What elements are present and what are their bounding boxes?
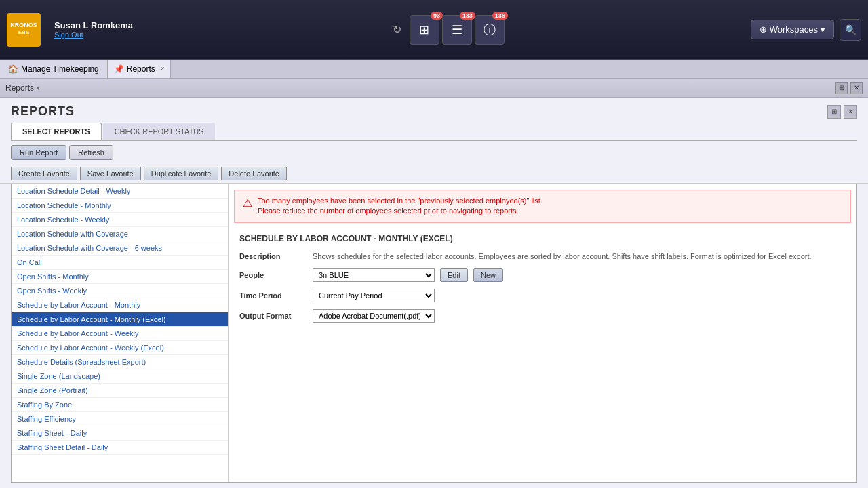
list-item[interactable]: Location Schedule - Monthly — [12, 199, 228, 213]
time-period-label: Time Period — [239, 291, 307, 300]
error-line2: Please reduce the number of employees se… — [258, 207, 519, 215]
tool-bar: Reports ▾ ⊞ ✕ — [0, 79, 868, 98]
list-item[interactable]: Location Schedule with Coverage - 6 week… — [12, 241, 228, 256]
edit-people-button[interactable]: Edit — [440, 268, 468, 282]
people-select[interactable]: 3n BLUEAll EmployeesSelect Employees — [313, 268, 435, 282]
favorites-bar: Create Favorite Save Favorite Duplicate … — [0, 164, 868, 184]
save-favorite-button[interactable]: Save Favorite — [80, 167, 141, 180]
tab-close-icon[interactable]: × — [161, 65, 165, 73]
description-text: Shows schedules for the selected labor a… — [313, 251, 846, 262]
list-item[interactable]: Open Shifts - Monthly — [12, 270, 228, 284]
report-list-scroll[interactable]: Location Schedule Detail - WeeklyLocatio… — [12, 184, 228, 482]
page-title: REPORTS — [11, 104, 75, 119]
breadcrumb: Reports — [5, 83, 34, 93]
panel-close-icon[interactable]: ✕ — [844, 105, 857, 119]
run-report-button[interactable]: Run Report — [11, 145, 66, 160]
refresh-icon[interactable]: ↻ — [393, 23, 401, 36]
list-item[interactable]: On Call — [12, 256, 228, 270]
duplicate-favorite-button[interactable]: Duplicate Favorite — [144, 167, 219, 180]
error-icon: ⚠ — [243, 197, 252, 209]
svg-text:EBS: EBS — [18, 29, 30, 35]
people-row: People 3n BLUEAll EmployeesSelect Employ… — [239, 268, 846, 282]
list-item[interactable]: Schedule Details (Spreadsheet Export) — [12, 355, 228, 369]
list-item[interactable]: Single Zone (Portrait) — [12, 384, 228, 398]
tab-reports[interactable]: 📌 Reports × — [108, 60, 171, 78]
user-name: Susan L Romkema — [54, 20, 133, 30]
output-format-select[interactable]: Adobe Acrobat Document(.pdf)Microsoft Ex… — [313, 309, 435, 323]
workspaces-label: Workspaces — [770, 24, 818, 35]
sign-out-link[interactable]: Sign Out — [54, 30, 133, 39]
user-info: Susan L Romkema Sign Out — [54, 20, 133, 39]
maximize-icon[interactable]: ⊞ — [835, 82, 848, 94]
list-item[interactable]: Staffing Sheet - Daily — [12, 426, 228, 441]
refresh-button[interactable]: Refresh — [69, 145, 113, 160]
schedule-badge: 133 — [460, 12, 475, 20]
description-label: Description — [239, 252, 307, 260]
output-format-row: Output Format Adobe Acrobat Document(.pd… — [239, 309, 846, 323]
list-item[interactable]: Staffing Sheet Detail - Daily — [12, 441, 228, 455]
alert-nav-button[interactable]: ⓘ 136 — [475, 15, 505, 45]
output-format-label: Output Format — [239, 312, 307, 320]
error-text: Too many employees have been selected in… — [258, 196, 542, 217]
chevron-down-icon: ▾ — [821, 24, 825, 35]
tab-pin-icon: 📌 — [114, 64, 124, 74]
kronos-logo: KRONOS EBS — [7, 13, 41, 47]
header-bar: KRONOS EBS Susan L Romkema Sign Out ↻ ⊞ … — [0, 0, 868, 60]
reports-header-icons: ⊞ ✕ — [827, 105, 857, 119]
tab-bar: 🏠 Manage Timekeeping 📌 Reports × — [0, 60, 868, 79]
tab-home-label: Manage Timekeeping — [21, 64, 99, 74]
tab-select-reports[interactable]: SELECT REPORTS — [11, 123, 102, 140]
report-tabs: SELECT REPORTS CHECK REPORT STATUS — [11, 123, 857, 141]
home-icon: 🏠 — [8, 64, 18, 74]
header-right: ⊕ Workspaces ▾ 🔍 — [751, 19, 861, 41]
list-item[interactable]: Schedule by Labor Account - Monthly (Exc… — [12, 312, 228, 327]
kronos-icon: KRONOS EBS — [7, 13, 41, 47]
tab-check-report-status[interactable]: CHECK REPORT STATUS — [103, 123, 216, 140]
close-icon[interactable]: ✕ — [850, 82, 863, 94]
new-people-button[interactable]: New — [473, 268, 503, 282]
list-item[interactable]: Schedule by Labor Account - Weekly — [12, 327, 228, 341]
workspaces-button[interactable]: ⊕ Workspaces ▾ — [751, 20, 834, 39]
schedule-icon: ☰ — [452, 22, 462, 37]
list-item[interactable]: Single Zone (Landscape) — [12, 369, 228, 384]
list-item[interactable]: Location Schedule Detail - Weekly — [12, 184, 228, 199]
main-split: Location Schedule Detail - WeeklyLocatio… — [11, 184, 857, 483]
timecard-icon: ⊞ — [419, 22, 429, 37]
report-form-title: SCHEDULE BY LABOR ACCOUNT - MONTHLY (EXC… — [239, 234, 846, 243]
content-area: Reports ▾ ⊞ ✕ REPORTS ⊞ ✕ SELECT REPORTS… — [0, 79, 868, 488]
tool-icons-right: ⊞ ✕ — [835, 82, 863, 94]
schedule-nav-button[interactable]: ☰ 133 — [442, 15, 472, 45]
action-bar: Run Report Refresh — [0, 141, 868, 164]
search-button[interactable]: 🔍 — [840, 19, 861, 41]
tab-reports-label: Reports — [127, 64, 155, 74]
list-item[interactable]: Location Schedule with Coverage — [12, 227, 228, 241]
alert-badge: 136 — [492, 12, 508, 20]
report-list-panel: Location Schedule Detail - WeeklyLocatio… — [12, 184, 229, 482]
panel-expand-icon[interactable]: ⊞ — [827, 105, 841, 119]
reports-header: REPORTS ⊞ ✕ — [0, 98, 868, 123]
description-row: Description Shows schedules for the sele… — [239, 251, 846, 262]
list-item[interactable]: Staffing Efficiency — [12, 412, 228, 426]
list-item[interactable]: Open Shifts - Weekly — [12, 284, 228, 298]
error-box: ⚠ Too many employees have been selected … — [234, 190, 851, 223]
header-center: ↻ ⊞ 93 ☰ 133 ⓘ 136 — [146, 15, 751, 45]
alert-icon: ⓘ — [484, 22, 496, 38]
error-line1: Too many employees have been selected in… — [258, 197, 542, 205]
timecard-nav-button[interactable]: ⊞ 93 — [410, 15, 439, 45]
time-period-select[interactable]: Current Pay PeriodPrevious Pay PeriodNex… — [313, 289, 435, 302]
search-icon: 🔍 — [845, 24, 856, 35]
report-form: SCHEDULE BY LABOR ACCOUNT - MONTHLY (EXC… — [229, 228, 856, 335]
breadcrumb-arrow: ▾ — [37, 84, 40, 92]
timecard-badge: 93 — [431, 12, 443, 20]
list-item[interactable]: Staffing By Zone — [12, 398, 228, 412]
tab-manage-timekeeping[interactable]: 🏠 Manage Timekeeping — [0, 60, 108, 78]
create-favorite-button[interactable]: Create Favorite — [11, 167, 77, 180]
list-item[interactable]: Schedule by Labor Account - Weekly (Exce… — [12, 341, 228, 355]
list-item[interactable]: Location Schedule - Weekly — [12, 213, 228, 227]
svg-text:KRONOS: KRONOS — [10, 22, 37, 28]
report-detail-panel: ⚠ Too many employees have been selected … — [229, 184, 856, 482]
workspaces-icon: ⊕ — [760, 24, 767, 35]
delete-favorite-button[interactable]: Delete Favorite — [221, 167, 287, 180]
people-label: People — [239, 271, 307, 279]
list-item[interactable]: Schedule by Labor Account - Monthly — [12, 298, 228, 312]
